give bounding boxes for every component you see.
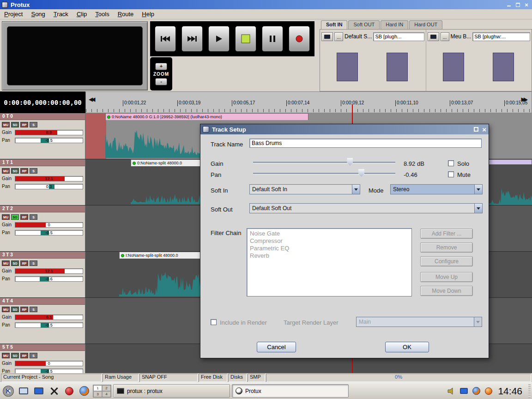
select-button[interactable]: S bbox=[30, 168, 37, 174]
gain-slider[interactable]: 0 bbox=[15, 361, 83, 366]
pan-slider[interactable]: -0.5 bbox=[15, 138, 83, 143]
mute-button[interactable]: MU bbox=[2, 168, 10, 174]
record-button[interactable] bbox=[289, 26, 310, 52]
pause-button[interactable] bbox=[262, 26, 283, 52]
maximize-button[interactable] bbox=[514, 1, 521, 8]
gain-slider[interactable]: 6.1 bbox=[15, 314, 83, 320]
mute-button[interactable]: MU bbox=[2, 214, 10, 220]
menu-route[interactable]: Route bbox=[114, 11, 138, 18]
pan-slider[interactable] bbox=[253, 169, 395, 177]
terminal-launcher[interactable] bbox=[32, 384, 45, 398]
pan-slider[interactable]: -0.5 bbox=[15, 322, 83, 328]
select-button[interactable]: S bbox=[30, 260, 37, 266]
menu-clip[interactable]: Clip bbox=[73, 11, 91, 18]
mute-button[interactable]: MU bbox=[2, 260, 10, 266]
solo-button[interactable]: SO bbox=[11, 353, 19, 358]
move-down-button[interactable]: Move Down bbox=[420, 286, 473, 296]
repeat-button[interactable]: RP bbox=[20, 353, 28, 358]
chevron-down-icon[interactable] bbox=[352, 185, 360, 194]
panel-handle[interactable] bbox=[528, 384, 531, 398]
chevron-down-icon[interactable] bbox=[474, 185, 482, 194]
reminder-tray-button[interactable] bbox=[484, 386, 494, 396]
select-button[interactable]: S bbox=[30, 122, 37, 127]
status-snap[interactable]: SNAP OFF bbox=[139, 374, 198, 382]
mute-button[interactable]: MU bbox=[2, 122, 10, 127]
soft-out-select[interactable]: Default Soft Out bbox=[249, 203, 483, 213]
device-select[interactable]: SB [plughw:... bbox=[472, 32, 530, 41]
gain-slider[interactable]: 12.1 bbox=[15, 268, 83, 274]
repeat-button[interactable]: RP bbox=[20, 122, 28, 127]
gain-slider-thumb[interactable] bbox=[347, 158, 353, 166]
select-button[interactable]: S bbox=[30, 307, 37, 312]
browse-button[interactable]: ... bbox=[334, 32, 343, 41]
solo-button[interactable]: SO bbox=[11, 214, 19, 220]
solo-button[interactable]: SO bbox=[11, 168, 19, 174]
timeline-ruler[interactable]: ◀◀ ▶▶ 0:00:01,22 0:00:03,19 0:00:05,17 0… bbox=[85, 91, 532, 113]
move-up-button[interactable]: Move Up bbox=[420, 272, 473, 282]
repeat-button[interactable]: RP bbox=[20, 214, 28, 220]
repeat-button[interactable]: RP bbox=[20, 260, 28, 266]
solo-button[interactable]: SO bbox=[11, 260, 19, 266]
menu-help[interactable]: Help bbox=[138, 11, 158, 18]
pager-desktop-1[interactable]: 1 bbox=[93, 385, 102, 391]
soft-in-select[interactable]: Default Soft In bbox=[249, 184, 360, 194]
filter-item[interactable]: Reverb bbox=[250, 252, 409, 260]
dialog-titlebar[interactable]: Track Setup × bbox=[200, 124, 489, 134]
select-button[interactable]: S bbox=[30, 214, 37, 220]
quit-launcher[interactable] bbox=[62, 384, 76, 398]
select-button[interactable]: S bbox=[30, 353, 37, 358]
pager-desktop-2[interactable]: 2 bbox=[102, 385, 111, 391]
minimize-button[interactable] bbox=[505, 1, 513, 8]
filter-item[interactable]: Noise Gate bbox=[250, 230, 409, 237]
show-desktop-button[interactable] bbox=[17, 384, 30, 398]
gain-slider[interactable]: 12.1 bbox=[15, 176, 83, 181]
track-title[interactable]: 2 T 2 bbox=[0, 206, 85, 212]
task-button-protux[interactable]: Protux bbox=[232, 384, 349, 398]
pan-slider[interactable]: -0.6 bbox=[15, 276, 83, 282]
menu-song[interactable]: Song bbox=[27, 11, 49, 18]
mode-select[interactable]: Stereo bbox=[390, 184, 483, 194]
volume-tray-button[interactable] bbox=[446, 386, 456, 396]
fast-forward-button[interactable] bbox=[181, 26, 203, 52]
menu-track[interactable]: Track bbox=[49, 11, 73, 18]
track-title[interactable]: 1 T 1 bbox=[0, 159, 85, 166]
track-title[interactable]: 0 T 0 bbox=[0, 113, 85, 120]
add-filter-button[interactable]: Add Filter ... bbox=[420, 229, 473, 239]
device-button[interactable] bbox=[428, 32, 439, 41]
include-in-render-checkbox[interactable] bbox=[211, 319, 217, 325]
scroll-left-icon[interactable]: ◀◀ bbox=[89, 96, 93, 103]
chevron-down-icon[interactable] bbox=[474, 204, 482, 213]
close-button[interactable]: × bbox=[523, 1, 530, 8]
task-button-terminal[interactable]: protux : protux bbox=[113, 384, 230, 398]
ok-button[interactable]: OK bbox=[385, 342, 429, 352]
skip-to-start-button[interactable] bbox=[155, 26, 176, 52]
track-title[interactable]: 4 T 4 bbox=[0, 298, 85, 305]
device-select[interactable]: SB [plugh... bbox=[373, 32, 424, 41]
stop-button[interactable] bbox=[235, 26, 256, 52]
pan-slider[interactable]: -0.5 bbox=[15, 369, 83, 374]
pan-slider[interactable]: -0.5 bbox=[15, 230, 83, 236]
menu-tools[interactable]: Tools bbox=[91, 11, 113, 18]
track-title[interactable]: 5 T 5 bbox=[0, 344, 85, 351]
configure-filter-button[interactable]: Configure bbox=[420, 256, 473, 266]
tab-soft-out[interactable]: Soft OUT bbox=[348, 20, 380, 29]
solo-checkbox[interactable] bbox=[448, 160, 454, 166]
zoom-out-button[interactable]: - bbox=[155, 78, 167, 85]
mute-button[interactable]: MU bbox=[2, 353, 10, 358]
tab-hard-out[interactable]: Hard OUT bbox=[409, 20, 442, 29]
pan-slider[interactable]: 0.3 bbox=[15, 184, 83, 189]
filter-item[interactable]: Parametric EQ bbox=[250, 245, 409, 252]
solo-button[interactable]: SO bbox=[11, 307, 19, 312]
tab-soft-in[interactable]: Soft IN bbox=[321, 20, 347, 29]
cancel-button[interactable]: Cancel bbox=[257, 342, 296, 352]
track-title[interactable]: 3 T 3 bbox=[0, 252, 85, 259]
gain-slider[interactable] bbox=[253, 158, 395, 166]
filter-item[interactable]: Compressor bbox=[250, 237, 409, 245]
play-button[interactable] bbox=[208, 26, 230, 52]
menu-project[interactable]: Project bbox=[0, 11, 27, 18]
browse-button[interactable]: ... bbox=[441, 32, 449, 41]
device-button[interactable] bbox=[321, 32, 333, 41]
zoom-in-button[interactable]: + bbox=[155, 63, 167, 70]
titlebar[interactable]: Protux × bbox=[0, 0, 532, 9]
gain-slider[interactable]: 0 bbox=[15, 222, 83, 228]
